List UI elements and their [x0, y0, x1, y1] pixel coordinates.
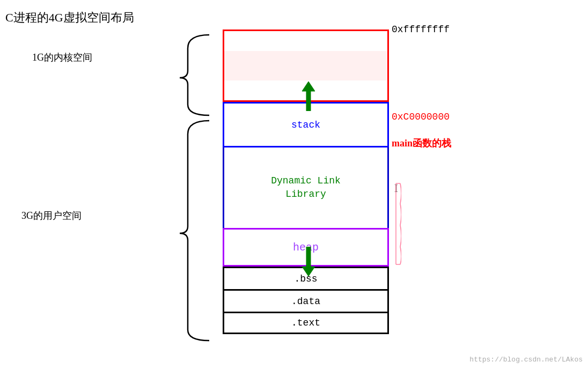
stack-label: stack [291, 120, 320, 130]
data-block: .data [223, 289, 389, 312]
kernel-block-2 [223, 51, 389, 80]
svg-marker-1 [302, 247, 315, 276]
pink-bracket [391, 182, 401, 265]
addr-top: 0xffffffff [392, 24, 450, 35]
text-label: .text [291, 318, 320, 328]
dll-block: Dynamic LinkLibrary [223, 147, 389, 228]
memory-diagram: stack Dynamic LinkLibrary heap .bss .dat… [223, 29, 389, 334]
svg-marker-0 [302, 82, 315, 111]
dll-label: Dynamic LinkLibrary [271, 174, 341, 201]
kernel-block-1 [223, 29, 389, 51]
watermark: https://blog.csdn.net/LAkos [469, 356, 583, 364]
text-block: .text [223, 312, 389, 334]
user-brace [177, 118, 215, 343]
main-stack-label: main函数的栈 [392, 137, 451, 150]
main-container: C进程的4G虚拟空间布局 1G的内核空间 3G的用户空间 stack Dynam… [0, 0, 588, 369]
kernel-label: 1G的内核空间 [32, 51, 92, 64]
addr-mid: 0xC0000000 [392, 112, 450, 122]
heap-arrow [298, 247, 319, 279]
kernel-brace [177, 32, 215, 118]
page-title: C进程的4G虚拟空间布局 [5, 10, 134, 26]
user-label: 3G的用户空间 [21, 209, 82, 222]
data-label: .data [291, 296, 320, 307]
stack-arrow [298, 82, 319, 114]
